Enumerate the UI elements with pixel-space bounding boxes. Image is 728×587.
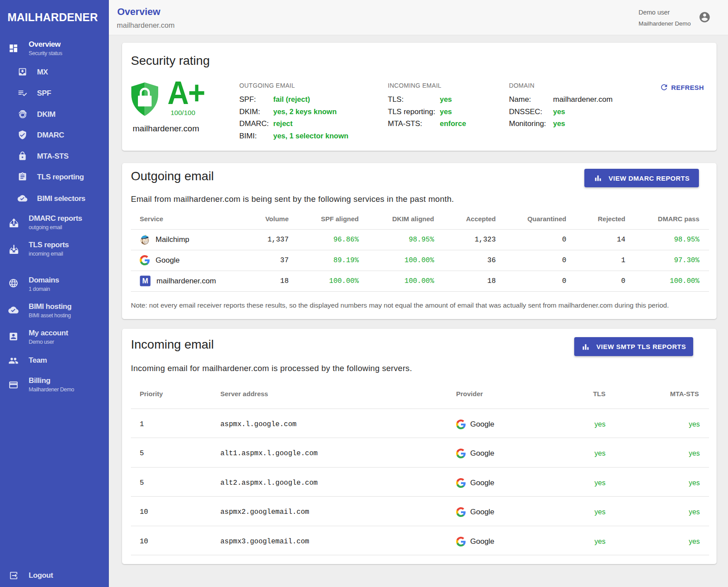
svg-text:M: M	[142, 277, 148, 285]
